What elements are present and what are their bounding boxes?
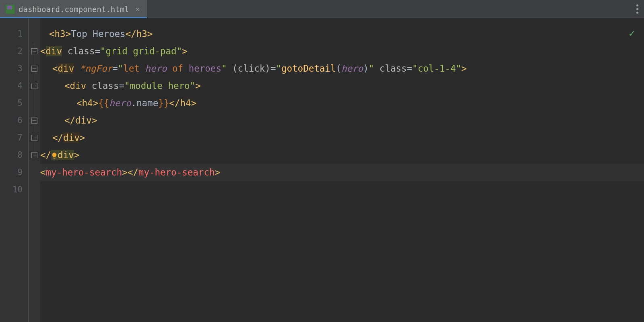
close-icon[interactable]: × xyxy=(136,5,140,13)
code-area[interactable]: ✓ <h3>Top Heroes</h3> <div class="grid g… xyxy=(40,18,644,322)
fold-toggle-icon[interactable] xyxy=(31,48,37,54)
code-line[interactable]: <h3>Top Heroes</h3> xyxy=(40,25,644,43)
code-editor[interactable]: 1 2 3 4 5 6 7 8 9 10 ✓ <h3>Top Heroes</h… xyxy=(0,18,644,322)
fold-toggle-icon[interactable] xyxy=(31,66,37,72)
more-options-icon[interactable] xyxy=(636,0,638,18)
editor-tab[interactable]: dashboard.component.html × xyxy=(0,0,147,18)
code-line[interactable]: </div> xyxy=(40,129,644,147)
fold-toggle-icon[interactable] xyxy=(31,135,37,141)
gutter-fold xyxy=(28,18,40,322)
code-line[interactable]: <h4>{{hero.name}}</h4> xyxy=(40,95,644,112)
code-line[interactable]: <div class="grid grid-pad"> xyxy=(40,43,644,60)
tab-bar: dashboard.component.html × xyxy=(0,0,644,18)
code-line[interactable]: <div class="module hero"> xyxy=(40,77,644,95)
code-line[interactable]: </div> xyxy=(40,147,644,164)
html-file-icon xyxy=(6,5,14,14)
code-line[interactable]: </div> xyxy=(40,112,644,129)
intention-bulb-icon[interactable] xyxy=(51,148,58,155)
code-line[interactable]: <div *ngFor="let hero of heroes" (click)… xyxy=(40,60,644,77)
fold-toggle-icon[interactable] xyxy=(31,152,37,158)
code-line-current[interactable]: <my-hero-search></my-hero-search> xyxy=(40,164,644,181)
gutter-line-numbers: 1 2 3 4 5 6 7 8 9 10 xyxy=(0,18,28,322)
inspection-ok-icon[interactable]: ✓ xyxy=(629,27,635,39)
code-line[interactable] xyxy=(40,181,644,198)
fold-toggle-icon[interactable] xyxy=(31,118,37,124)
fold-toggle-icon[interactable] xyxy=(31,83,37,89)
tab-filename: dashboard.component.html xyxy=(19,5,129,14)
